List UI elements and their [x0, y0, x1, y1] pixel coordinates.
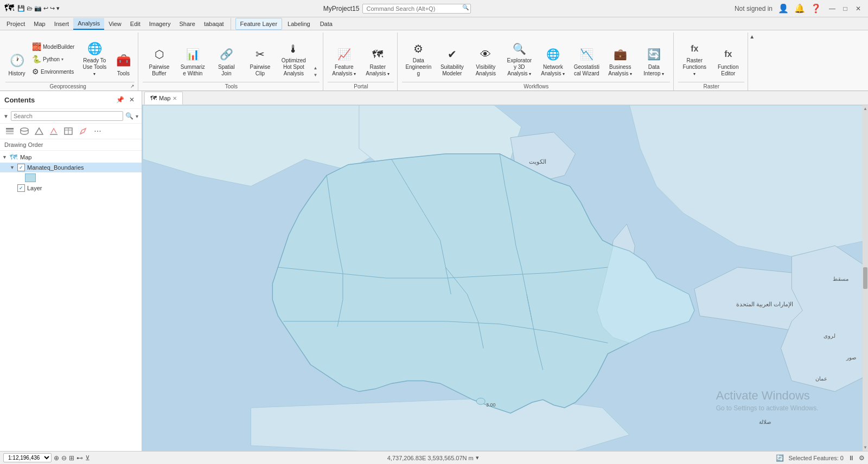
map-tab-main[interactable]: 🗺 Map ✕	[144, 92, 183, 105]
ready-to-use-tools-button[interactable]: 🌐 Ready To Use Tools ▾	[78, 40, 111, 79]
geoprocessing-expand-icon[interactable]: ↗	[130, 83, 135, 89]
history-icon: 🕐	[8, 52, 25, 69]
menu-view[interactable]: View	[104, 18, 126, 30]
exploratory-3d-icon: 🔍	[510, 41, 528, 56]
pause-icon[interactable]: ⏸	[848, 454, 854, 462]
environments-button[interactable]: ⚙ Environments	[29, 66, 77, 78]
menu-labeling[interactable]: Labeling	[283, 18, 315, 30]
menu-tabaqat[interactable]: tabaqat	[200, 18, 228, 30]
spatial-join-button[interactable]: 🔗 Spatial Join	[210, 40, 242, 79]
history-button[interactable]: 🕐 History	[5, 40, 28, 79]
settings-icon[interactable]: ⚙	[859, 454, 865, 462]
svg-text:3.00: 3.00	[486, 402, 495, 408]
user-avatar-icon[interactable]: 👤	[778, 3, 789, 14]
scroll-thumb-vertical[interactable]	[863, 267, 867, 289]
menu-project[interactable]: Project	[2, 18, 29, 30]
symbol-swatch	[25, 173, 36, 182]
tools-icon: 🧰	[114, 52, 132, 69]
tree-checkbox-layer[interactable]: ✓	[17, 184, 25, 192]
menu-analysis[interactable]: Analysis	[73, 18, 104, 30]
map-tab-icon: 🗺	[150, 94, 157, 102]
raster-analysis-button[interactable]: 🗺 Raster Analysis ▾	[361, 40, 394, 79]
command-search-wrap[interactable]	[362, 4, 471, 14]
raster-functions-button[interactable]: fx Raster Functions ▾	[678, 40, 711, 79]
zoom-out-icon[interactable]: ⊖	[61, 454, 67, 462]
menu-map[interactable]: Map	[29, 18, 49, 30]
scroll-up-arrow[interactable]: ▲	[312, 65, 318, 72]
layer-tool-feature[interactable]	[33, 125, 46, 137]
hot-spot-label: Optimized Hot Spot Analysis	[280, 57, 307, 77]
coordinates-dropdown-icon[interactable]: ▾	[476, 454, 479, 461]
tree-item-manateq[interactable]: ▼ ✓ Manateq_Boundaries	[0, 163, 142, 172]
tree-item-layer[interactable]: ▶ ✓ Layer	[0, 183, 142, 193]
menu-share[interactable]: Share	[175, 18, 200, 30]
layer-tool-database[interactable]	[18, 125, 31, 137]
pairwise-clip-button[interactable]: ✂ Pairwise Clip	[244, 40, 276, 79]
menu-edit[interactable]: Edit	[126, 18, 145, 30]
layer-tool-highlight[interactable]	[47, 125, 60, 137]
pin-button[interactable]: 📌	[114, 94, 125, 105]
feature-analysis-button[interactable]: 📈 Feature Analysis ▾	[328, 40, 360, 79]
environments-label: Environments	[41, 69, 74, 75]
close-button[interactable]: ✕	[853, 3, 864, 14]
contents-close-button[interactable]: ✕	[126, 94, 137, 105]
modelbuilder-label: ModelBuilder	[43, 44, 74, 50]
tree-checkbox-manateq[interactable]: ✓	[17, 164, 25, 171]
data-interop-label: Data Interop ▾	[640, 64, 667, 77]
geostatistical-wizard-button[interactable]: 📉 Geostatistical Wizard	[570, 40, 603, 79]
pairwise-buffer-button[interactable]: ⬡ Pairwise Buffer	[143, 40, 175, 79]
layer-tool-more[interactable]: ···	[91, 125, 104, 137]
maximize-button[interactable]: □	[840, 3, 851, 14]
map-tab-close-button[interactable]: ✕	[173, 95, 177, 101]
help-icon[interactable]: ❓	[810, 3, 821, 14]
minimize-button[interactable]: —	[827, 3, 838, 14]
geoprocessing-group-label: Geoprocessing ↗	[5, 82, 135, 91]
data-interop-button[interactable]: 🔄 Data Interop ▾	[637, 40, 670, 79]
command-search-input[interactable]	[362, 4, 471, 14]
suitability-modeler-button[interactable]: ✔ Suitability Modeler	[436, 40, 468, 79]
exploratory-3d-button[interactable]: 🔍 Exploratory 3D Analysis ▾	[503, 40, 535, 79]
status-left: 1:12,196,436 ⊕ ⊖ ⊞ ⊷ ⊻	[3, 453, 90, 462]
menu-feature-layer[interactable]: Feature Layer	[235, 18, 282, 30]
ribbon-collapse-button[interactable]: ▲	[749, 34, 755, 40]
measure-icon[interactable]: ⊞	[69, 454, 74, 462]
summarize-within-button[interactable]: 📊 Summarize Within	[176, 40, 209, 79]
map-scrollbar-vertical[interactable]: ▲ ▼	[863, 105, 868, 451]
raster-analysis-label: Raster Analysis ▾	[364, 64, 391, 77]
zoom-in-icon[interactable]: ⊕	[54, 454, 59, 462]
menu-imagery[interactable]: Imagery	[145, 18, 175, 30]
scroll-down-arrow[interactable]: ▼	[312, 72, 318, 79]
network-analysis-button[interactable]: 🌐 Network Analysis ▾	[537, 40, 569, 79]
tree-expand-manateq[interactable]: ▼	[10, 165, 16, 170]
layer-tool-all-layers[interactable]	[3, 125, 16, 137]
tree-expand-map[interactable]: ▼	[2, 154, 9, 160]
coordinates-display: 4,737,206.83E 3,593,565.07N m	[387, 455, 474, 461]
menu-data[interactable]: Data	[316, 18, 337, 30]
scroll-up-icon[interactable]: ▲	[863, 106, 867, 111]
locate-icon[interactable]: ⊷	[76, 454, 83, 462]
tree-item-map[interactable]: ▼ 🗺 Map	[0, 152, 142, 163]
hot-spot-button[interactable]: 🌡 Optimized Hot Spot Analysis	[277, 40, 310, 79]
visibility-analysis-button[interactable]: 👁 Visibility Analysis	[469, 40, 502, 79]
function-editor-button[interactable]: fx Function Editor	[712, 40, 744, 79]
tree-item-symbol	[0, 172, 142, 183]
map-viewport[interactable]: الكويت البحرين قطر الإمارات العربية المت…	[142, 105, 868, 451]
tools-button[interactable]: 🧰 Tools	[112, 40, 135, 79]
data-engineering-button[interactable]: ⚙ Data Engineering	[402, 40, 435, 79]
scroll-down-icon[interactable]: ▼	[863, 445, 867, 450]
notifications-icon[interactable]: 🔔	[794, 3, 805, 14]
north-arrow-icon[interactable]: ⊻	[85, 454, 90, 462]
business-analysis-button[interactable]: 💼 Business Analysis ▾	[604, 40, 636, 79]
layer-tool-annotate[interactable]	[76, 125, 90, 137]
contents-header-buttons: 📌 ✕	[114, 94, 137, 105]
geostatistical-wizard-icon: 📉	[578, 46, 595, 63]
scale-select[interactable]: 1:12,196,436	[3, 453, 52, 462]
python-button[interactable]: 🐍 Python ▾	[29, 53, 77, 65]
modelbuilder-button[interactable]: 🧱 ModelBuilder	[29, 41, 77, 53]
menu-insert[interactable]: Insert	[50, 18, 74, 30]
search-dropdown-icon[interactable]: ▾	[136, 113, 138, 119]
contents-search-input[interactable]	[11, 111, 123, 121]
contents-search-icon[interactable]: 🔍	[125, 112, 133, 120]
layer-tool-table[interactable]	[62, 125, 75, 137]
raster-analysis-icon: 🗺	[369, 46, 386, 63]
